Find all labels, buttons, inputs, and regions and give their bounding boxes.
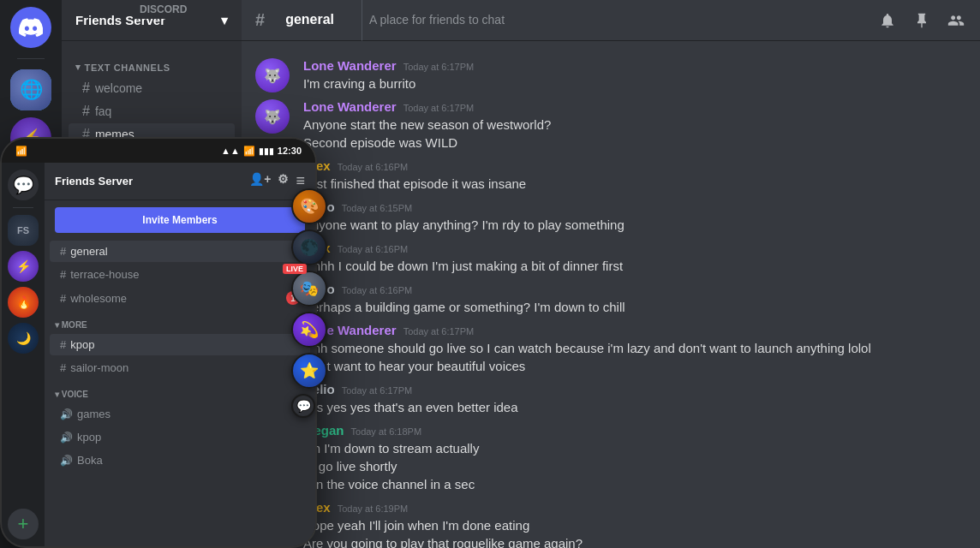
message-content: Alex Today at 6:16PM Ohhh I could be dow…: [303, 241, 966, 275]
channel-faq[interactable]: # faq: [69, 100, 235, 122]
username: Lone Wanderer: [303, 58, 397, 73]
server-icon-1[interactable]: 🌐: [10, 69, 51, 110]
hash-icon: #: [60, 361, 66, 374]
phone-voice-boka[interactable]: 🔊 Boka: [50, 450, 310, 471]
discord-home-button[interactable]: [10, 7, 51, 48]
phone-voice-games[interactable]: 🔊 games: [50, 403, 310, 425]
chat-channel-name: general: [272, 0, 348, 41]
timestamp: Today at 6:15PM: [342, 203, 413, 213]
phone-hamburger-icon[interactable]: ≡: [296, 172, 305, 190]
phone-server-icon-3[interactable]: 🔥: [8, 287, 39, 318]
pin-icon[interactable]: [911, 10, 932, 31]
username: Lone Wanderer: [303, 99, 397, 114]
channel-label: Boka: [77, 454, 103, 467]
battery-icon: ▮▮▮: [259, 146, 274, 156]
voice-category-label: VOICE: [62, 390, 88, 399]
message-text: Ohhh I could be down I'm just making a b…: [303, 257, 966, 275]
message-row: 🦊 Alex Today at 6:19PM Dope yeah I'll jo…: [242, 497, 980, 548]
phone-channel-sailor-moon[interactable]: # sailor-moon: [50, 357, 310, 378]
phone-messages-icon[interactable]: 💬: [8, 170, 39, 200]
timestamp: Today at 6:17PM: [403, 103, 475, 113]
phone-invite-button[interactable]: Invite Members: [55, 207, 305, 233]
message-content: Lone Wanderer Today at 6:17PM I'm cravin…: [303, 58, 966, 92]
hash-icon: #: [60, 245, 66, 258]
members-icon[interactable]: [946, 10, 966, 31]
phone-add-server-button[interactable]: +: [8, 509, 39, 539]
message-header: Helio Today at 6:17PM: [303, 382, 966, 396]
phone-channel-terrace-house[interactable]: # terrace-house: [50, 264, 310, 285]
phone-channel-kpop[interactable]: # kpop: [50, 334, 310, 355]
chat-channel-description: A place for friends to chat: [362, 0, 518, 41]
hash-icon: #: [60, 268, 66, 281]
message-text: Just finished that episode it was insane: [303, 175, 966, 193]
channel-name-label: welcome: [95, 81, 142, 95]
message-text-3: join the voice channel in a sec: [303, 475, 966, 493]
message-row: 😊 Helio Today at 6:17PM yes yes yes that…: [242, 378, 980, 420]
channel-label: sailor-moon: [70, 361, 128, 374]
message-header: Megan Today at 6:18PM: [303, 423, 966, 438]
phone-server-icon-4[interactable]: 🌙: [8, 323, 39, 354]
message-content: Alex Today at 6:19PM Dope yeah I'll join…: [303, 500, 966, 548]
hash-icon: #: [60, 338, 66, 351]
discord-logo-desktop-top: DISCORD: [133, 0, 194, 19]
main-chat-area: # general A place for friends to chat 🐺: [242, 0, 980, 548]
phone-voice-category[interactable]: ▾ VOICE: [45, 379, 315, 402]
message-text-2: Second episode was WILD: [303, 134, 966, 152]
message-content: Helio Today at 6:15PM Anyone want to pla…: [303, 200, 966, 234]
wifi-icon: ▲▲: [221, 146, 240, 156]
phone-floating-avatars: 🎨 🌑 🎭 LIVE 💫 ⭐ 💬: [291, 188, 327, 418]
channel-name-label: faq: [95, 104, 111, 118]
message-text: Ohh someone should go live so I can watc…: [303, 339, 966, 357]
phone-server-icon-friends[interactable]: FS: [8, 215, 39, 246]
timestamp: Today at 6:17PM: [403, 326, 475, 337]
chat-header: # general A place for friends to chat: [242, 0, 980, 41]
avatar: 🐺: [255, 58, 290, 92]
phone-voice-kpop[interactable]: 🔊 kpop: [50, 426, 310, 448]
channel-label: general: [70, 245, 107, 258]
server-dropdown-icon: ▾: [221, 13, 228, 28]
message-header: Lone Wanderer Today at 6:17PM: [303, 58, 966, 73]
message-text: Anyone start the new season of westworld…: [303, 116, 966, 134]
message-row: 😊 Helio Today at 6:16PM Perhaps a buildi…: [242, 278, 980, 319]
timestamp: Today at 6:16PM: [338, 244, 409, 254]
message-row: 🐺 Lone Wanderer Today at 6:17PM Anyone s…: [242, 96, 980, 155]
phone-channel-wholesome[interactable]: # wholesome 1: [50, 287, 310, 309]
bell-icon[interactable]: [877, 10, 898, 31]
phone-channel-general[interactable]: # general: [50, 241, 310, 262]
message-text-2: Are you going to play that roguelike gam…: [303, 534, 966, 548]
message-content: Lone Wanderer Today at 6:17PM Ohh someon…: [303, 323, 966, 375]
speaker-icon: 🔊: [60, 432, 73, 444]
text-channels-category[interactable]: ▾ TEXT CHANNELS: [62, 48, 242, 76]
message-content: Alex Today at 6:16PM Just finished that …: [303, 158, 966, 193]
floating-avatar-4: 💫: [291, 312, 327, 348]
phone-server-icon-2[interactable]: ⚡: [8, 251, 39, 282]
floating-avatar-3: 🎭: [291, 271, 327, 307]
channel-label: games: [77, 408, 111, 420]
phone-more-category[interactable]: ▾ MORE: [45, 310, 315, 333]
hash-icon: #: [60, 292, 66, 305]
floating-chat-icon: 💬: [291, 394, 315, 418]
live-badge: LIVE: [283, 264, 307, 274]
message-row: 🎭 Megan Today at 6:18PM Oh I'm down to s…: [242, 420, 980, 497]
message-header: Alex Today at 6:16PM: [303, 158, 966, 173]
message-row: 😊 Helio Today at 6:15PM Anyone want to p…: [242, 196, 980, 237]
message-content: Megan Today at 6:18PM Oh I'm down to str…: [303, 423, 966, 493]
timestamp: Today at 6:18PM: [351, 426, 422, 437]
message-text: I'm craving a burrito: [303, 74, 966, 92]
floating-avatar-1: 🎨: [291, 188, 327, 224]
phone-settings-icon[interactable]: ⚙: [278, 172, 289, 190]
phone-device: 📶 ▲▲ 📶 ▮▮▮ 12:30 💬 FS ⚡ 🔥 🌙 + Friends: [0, 137, 317, 548]
message-content: Helio Today at 6:17PM yes yes yes that's…: [303, 382, 966, 416]
phone-server-name: Friends Server: [55, 175, 133, 188]
phone-status-bar: 📶 ▲▲ 📶 ▮▮▮ 12:30: [2, 139, 315, 163]
message-text: Anyone want to play anything? I'm rdy to…: [303, 216, 966, 234]
phone-server-icons: 💬 FS ⚡ 🔥 🌙 +: [2, 163, 45, 546]
phone-header-icons: 👤+ ⚙ ≡: [249, 172, 305, 190]
message-text: Oh I'm down to stream actually: [303, 439, 966, 457]
channel-hash-header: #: [255, 10, 265, 30]
phone-server-header: Friends Server 👤+ ⚙ ≡: [45, 163, 315, 200]
phone-add-member-icon[interactable]: 👤+: [249, 172, 271, 190]
message-header: Lone Wanderer Today at 6:17PM: [303, 99, 966, 114]
floating-avatar-live-container: 🎭 LIVE: [291, 271, 327, 307]
channel-welcome[interactable]: # welcome: [69, 77, 235, 99]
